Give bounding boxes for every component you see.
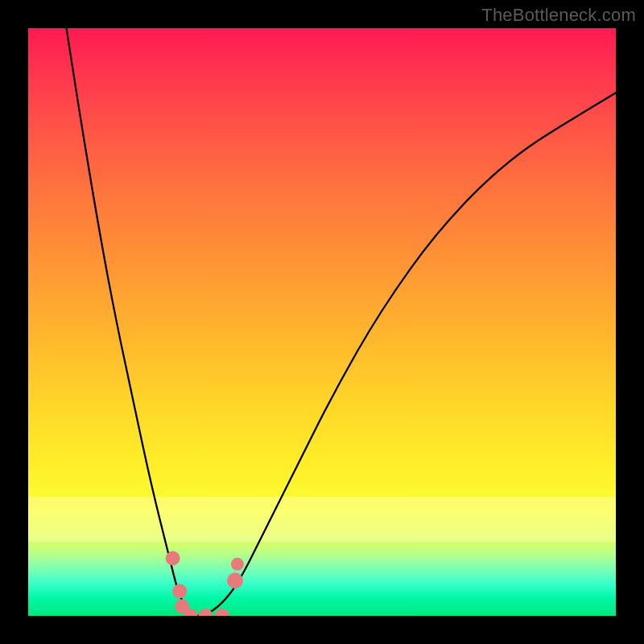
- chart-frame: TheBottleneck.com: [0, 0, 644, 644]
- data-marker: [199, 609, 213, 616]
- data-marker: [215, 609, 229, 616]
- curve-markers: [166, 551, 244, 617]
- plot-area: [28, 28, 616, 616]
- data-marker: [227, 572, 243, 588]
- data-marker: [231, 558, 244, 571]
- bottleneck-curve: [67, 28, 617, 616]
- data-marker: [166, 551, 180, 566]
- curve-layer: [28, 28, 616, 616]
- data-marker: [172, 584, 187, 598]
- watermark-text: TheBottleneck.com: [481, 5, 636, 26]
